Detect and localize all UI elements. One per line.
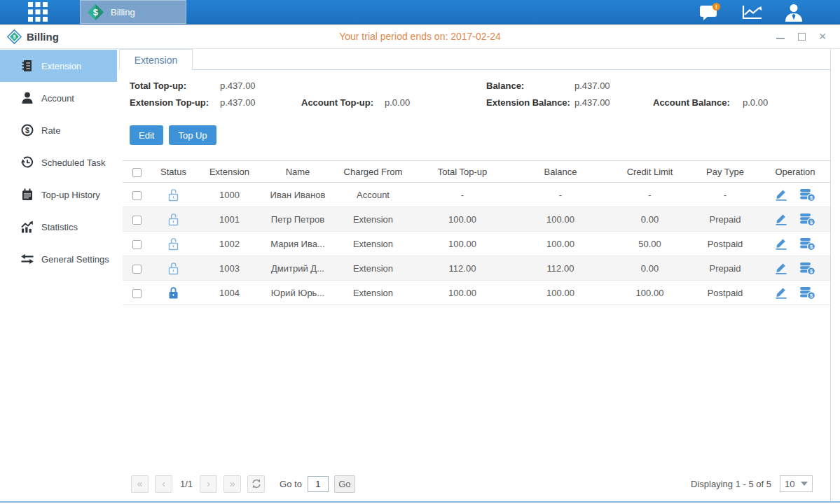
- sliders-icon: [21, 253, 34, 265]
- row-checkbox[interactable]: [132, 265, 142, 274]
- edit-pencil-icon[interactable]: [775, 188, 788, 201]
- account-balance-value: p.0.00: [743, 97, 830, 108]
- goto-label: Go to: [280, 479, 302, 489]
- cell-credit-limit: 0.00: [610, 256, 690, 281]
- row-checkbox[interactable]: [132, 240, 142, 249]
- sidebar-item-scheduled-task[interactable]: Scheduled Task: [0, 146, 117, 178]
- topbar-right-icons: !: [699, 0, 840, 24]
- topup-coins-icon[interactable]: $: [799, 237, 815, 251]
- cell-name: Мария Ива...: [263, 232, 333, 256]
- go-button[interactable]: Go: [334, 475, 355, 493]
- first-page-icon[interactable]: «: [131, 475, 149, 493]
- col-status: Status: [151, 161, 196, 183]
- total-topup-value: p.437.00: [220, 80, 301, 91]
- edit-pencil-icon[interactable]: [775, 286, 788, 299]
- trial-notice: Your trial period ends on: 2017-02-24: [0, 31, 840, 42]
- select-all-checkbox[interactable]: [132, 168, 142, 177]
- balance-value: p.437.00: [574, 80, 653, 91]
- unlocked-icon: [167, 188, 179, 202]
- unlocked-icon: [167, 213, 179, 226]
- total-topup-label: Total Top-up:: [130, 80, 220, 91]
- topup-coins-icon[interactable]: $: [799, 188, 815, 202]
- last-page-icon[interactable]: »: [223, 475, 241, 493]
- next-page-icon[interactable]: ›: [200, 475, 217, 493]
- row-checkbox[interactable]: [132, 191, 142, 200]
- resource-monitor-icon[interactable]: [742, 4, 763, 20]
- refresh-icon[interactable]: [247, 475, 265, 493]
- page-indicator: 1/1: [180, 479, 193, 489]
- row-checkbox[interactable]: [132, 289, 142, 298]
- sidebar-item-extension[interactable]: Extension: [0, 50, 117, 82]
- cell-charged-from: Extension: [333, 256, 413, 281]
- page-size-select[interactable]: 10: [780, 475, 813, 492]
- goto-page-input[interactable]: [308, 476, 329, 492]
- app-grid-icon[interactable]: [27, 0, 49, 24]
- cell-credit-limit: -: [610, 183, 690, 207]
- cell-extension: 1001: [196, 207, 263, 232]
- account-topup-value: p.0.00: [385, 97, 486, 108]
- sidebar-item-rate[interactable]: $ Rate: [0, 114, 117, 146]
- extension-topup-value: p.437.00: [220, 97, 301, 108]
- bar-chart-icon: [21, 220, 34, 233]
- tab-extension[interactable]: Extension: [119, 49, 193, 70]
- locked-icon: [167, 286, 179, 300]
- sidebar-item-general-settings[interactable]: General Settings: [0, 243, 117, 275]
- cell-total-topup: -: [413, 183, 511, 207]
- col-balance: Balance: [511, 161, 610, 183]
- account-balance-label: Account Balance:: [653, 97, 743, 108]
- cell-total-topup: 100.00: [413, 207, 511, 232]
- unlocked-icon: [167, 262, 179, 275]
- edit-button[interactable]: Edit: [130, 125, 163, 145]
- cell-credit-limit: 100.00: [610, 281, 690, 305]
- history-clock-icon: [21, 156, 34, 169]
- prev-page-icon[interactable]: ‹: [155, 475, 172, 493]
- dropdown-caret-icon: [801, 482, 808, 486]
- balance-label: Balance:: [486, 80, 574, 91]
- topup-coins-icon[interactable]: $: [799, 286, 815, 300]
- cell-charged-from: Extension: [333, 207, 413, 232]
- topbar-app-tab-billing[interactable]: $ Billing: [80, 0, 186, 24]
- window-controls: ×: [776, 31, 840, 41]
- edit-pencil-icon[interactable]: [775, 262, 788, 274]
- cell-balance: 100.00: [511, 281, 610, 305]
- topup-coins-icon[interactable]: $: [799, 262, 815, 275]
- sidebar-item-label: Rate: [41, 125, 60, 136]
- app-tab-label: Billing: [111, 7, 135, 18]
- cell-credit-limit: 0.00: [610, 207, 690, 232]
- billing-window-icon: $: [7, 29, 22, 44]
- topup-button[interactable]: Top Up: [169, 125, 216, 145]
- edit-pencil-icon[interactable]: [775, 237, 788, 250]
- row-checkbox[interactable]: [132, 216, 142, 225]
- sidebar-item-statistics[interactable]: Statistics: [0, 211, 117, 243]
- balance-summary: Total Top-up: p.437.00 Balance: p.437.00…: [130, 80, 830, 108]
- cell-balance: 100.00: [511, 232, 610, 256]
- cell-extension: 1002: [196, 232, 263, 256]
- cell-balance: 112.00: [511, 256, 610, 281]
- edit-pencil-icon[interactable]: [775, 213, 788, 225]
- user-account-icon[interactable]: [784, 3, 804, 22]
- pagination-right: Displaying 1 - 5 of 5 10: [691, 475, 813, 492]
- cell-charged-from: Extension: [333, 281, 413, 305]
- calendar-icon: [21, 188, 34, 201]
- cell-credit-limit: 50.00: [610, 232, 690, 256]
- cell-total-topup: 112.00: [413, 256, 511, 281]
- cell-pay-type: Postpaid: [690, 232, 760, 256]
- svg-text:!: !: [715, 3, 717, 10]
- extension-table: Status Extension Name Charged From Total…: [123, 160, 830, 305]
- sidebar-item-topup-history[interactable]: Top-up History: [0, 178, 117, 211]
- messages-icon[interactable]: !: [699, 3, 721, 22]
- extension-balance-label: Extension Balance:: [486, 97, 574, 108]
- cell-pay-type: -: [690, 183, 760, 207]
- sidebar-item-account[interactable]: Account: [0, 82, 117, 114]
- topup-coins-icon[interactable]: $: [799, 213, 815, 226]
- close-icon[interactable]: ×: [818, 31, 827, 41]
- maximize-icon[interactable]: [797, 31, 806, 41]
- window-titlebar: Your trial period ends on: 2017-02-24 $ …: [0, 24, 840, 49]
- billing-app-window: $ Billing !: [0, 0, 840, 504]
- titlebar-left: $ Billing: [0, 29, 59, 44]
- cell-balance: 100.00: [511, 207, 610, 232]
- sidebar-item-label: Account: [41, 93, 74, 104]
- extension-table-body: 1000Иван ИвановAccount----$1001Петр Петр…: [123, 183, 830, 305]
- main-content: Extension Total Top-up: p.437.00 Balance…: [117, 49, 831, 501]
- minimize-icon[interactable]: [776, 31, 785, 41]
